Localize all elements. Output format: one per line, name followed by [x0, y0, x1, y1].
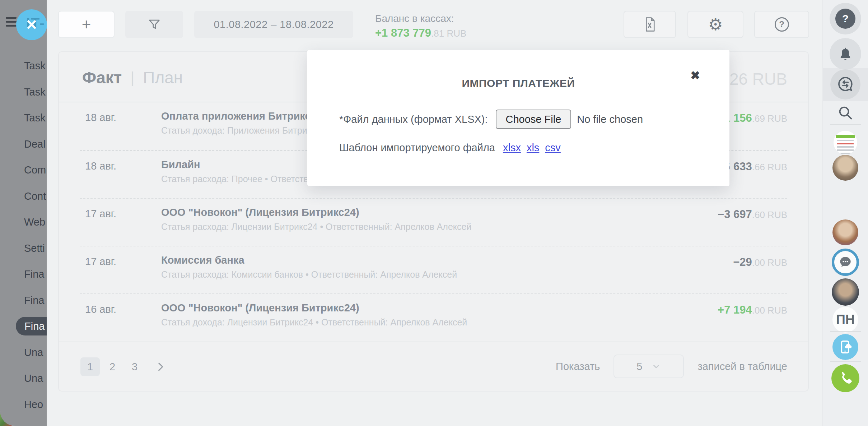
payment-date: 16 авг. [85, 304, 116, 315]
left-menu-panel: IT- ✕ TaskTaskTaskDealComContWebSettiFin… [0, 0, 47, 426]
filter-button[interactable] [125, 11, 183, 38]
template-link-xls[interactable]: xls [527, 142, 539, 153]
sidebar-item-task[interactable]: Task [0, 57, 47, 74]
page-button-3[interactable]: 3 [125, 357, 144, 376]
template-links: xlsxxlscsv [503, 142, 566, 154]
search-icon [837, 104, 854, 121]
payment-amount: +7 194.00 RUB [718, 304, 787, 316]
payment-date: 17 авг. [85, 256, 116, 268]
payment-subtitle: Статья дохода: Лицензии Битрикс24 • Отве… [161, 317, 467, 328]
data-file-label: *Файл данных (формат XLSX): [339, 114, 488, 125]
chat-bubble-icon [837, 254, 853, 270]
sidebar-item-нео[interactable]: Нео [0, 396, 47, 413]
template-row: Шаблон импортируемого файла xlsxxlscsv [339, 140, 566, 156]
help-button[interactable]: ? [754, 11, 809, 38]
date-range-button[interactable]: 01.08.2022 – 18.08.2022 [194, 11, 353, 38]
template-link-xlsx[interactable]: xlsx [503, 142, 521, 153]
tab-fact[interactable]: Факт [82, 68, 122, 87]
template-link-csv[interactable]: csv [545, 142, 561, 153]
sidebar-help-button[interactable]: ? [830, 3, 861, 34]
payment-date: 18 авг. [85, 160, 116, 172]
app-window: IT- ✕ TaskTaskTaskDealComContWebSettiFin… [0, 0, 868, 426]
site-preview-thumbnail[interactable] [834, 131, 857, 154]
mobile-cloud-icon [837, 339, 854, 355]
sidebar-item-cont[interactable]: Cont [0, 187, 47, 205]
payment-title: ООО "Новокон" (Лицензия Битрикс24) [161, 302, 359, 314]
sidebar-item-com[interactable]: Com [0, 161, 47, 179]
balance-value: +1 873 779 [375, 27, 431, 39]
user-avatar[interactable] [832, 219, 858, 245]
payment-amount: −29.00 RUB [733, 256, 787, 269]
excel-file-icon [642, 16, 657, 33]
table-row[interactable]: 17 авг.Комиссия банкаСтатья расхода: Ком… [80, 246, 787, 293]
template-label: Шаблон импортируемого файла [339, 142, 495, 154]
sidebar-item-fina[interactable]: Fina [0, 292, 47, 309]
choose-file-button[interactable]: Choose File [496, 110, 571, 129]
page-size-control: Показать 5 записей в таблице [556, 355, 787, 378]
tab-separator: | [122, 69, 143, 86]
payment-date: 17 авг. [85, 208, 116, 220]
payment-title: Билайн [161, 159, 200, 171]
sidebar-item-deal[interactable]: Deal [0, 135, 47, 153]
page-button-1[interactable]: 1 [80, 357, 100, 376]
no-file-chosen-text: No file chosen [577, 114, 643, 125]
sidebar-item-setti[interactable]: Setti [0, 240, 47, 257]
data-file-row: *Файл данных (формат XLSX): Choose File … [339, 109, 643, 130]
card-footer: 123 Показать 5 записей в таблице [59, 342, 808, 392]
modal-title: ИМПОРТ ПЛАТЕЖЕЙ [307, 77, 729, 89]
page-button-2[interactable]: 2 [103, 357, 122, 376]
sidebar-item-task[interactable]: Task [0, 109, 47, 126]
balance-fraction: .81 RUB [431, 28, 466, 39]
add-payment-button[interactable]: + [58, 11, 115, 38]
payment-title: Оплата приложения Битрикс24 [161, 110, 322, 122]
cash-balance: Баланс в кассах: +1 873 779.81 RUB [375, 13, 466, 40]
pn-logo[interactable]: ПН [832, 307, 858, 333]
payment-amount: −3 697.60 RUB [718, 208, 787, 221]
page-size-select[interactable]: 5 [613, 355, 684, 378]
pn-logo-label: ПН [836, 312, 855, 327]
sidebar-divider [830, 124, 861, 125]
sidebar-search-button[interactable] [835, 102, 856, 124]
notifications-button[interactable] [830, 38, 861, 70]
phone-icon [837, 370, 854, 386]
menu-close-button[interactable]: IT- ✕ [16, 9, 47, 40]
bell-icon [837, 46, 853, 62]
sidebar-item-task[interactable]: Task [0, 83, 47, 101]
page-size-value: 5 [636, 361, 642, 372]
transfer-dialogs-button[interactable] [830, 69, 860, 99]
mobile-app-button[interactable] [832, 334, 858, 360]
hamburger-menu-icon[interactable] [6, 17, 17, 27]
sidebar-item-una[interactable]: Una [0, 370, 47, 387]
question-help-icon: ? [835, 9, 855, 29]
table-row[interactable]: 17 авг.ООО "Новокон" (Лицензия Битрикс24… [80, 198, 787, 246]
next-page-button[interactable] [154, 361, 167, 373]
user-avatar[interactable] [832, 155, 858, 181]
payment-title: Комиссия банка [161, 254, 244, 266]
sidebar-item-una[interactable]: Una [0, 344, 47, 361]
filter-icon [148, 18, 161, 31]
sidebar-divider [830, 361, 861, 362]
chevron-right-icon [154, 361, 167, 373]
site-preview-content [834, 131, 857, 154]
user-avatar[interactable] [832, 278, 859, 306]
right-sidebar: ? [822, 0, 868, 426]
call-button[interactable] [831, 364, 859, 392]
chat-transfer-icon [836, 75, 855, 94]
sidebar-divider [830, 331, 861, 332]
pagination: 123 [80, 357, 167, 376]
date-range-label: 01.08.2022 – 18.08.2022 [214, 19, 333, 31]
chat-app-button[interactable] [832, 249, 859, 276]
sidebar-item-web[interactable]: Web [0, 213, 47, 231]
export-excel-button[interactable] [624, 11, 676, 38]
table-row[interactable]: 16 авг.ООО "Новокон" (Лицензия Битрикс24… [80, 293, 787, 341]
question-icon: ? [775, 17, 789, 32]
balance-label: Баланс в кассах: [375, 13, 466, 24]
payment-title: ООО "Новокон" (Лицензия Битрикс24) [161, 207, 359, 218]
settings-button[interactable]: ⚙ [687, 11, 743, 38]
tab-plan[interactable]: План [143, 68, 183, 87]
sidebar-item-fina[interactable]: Fina [16, 317, 47, 335]
fact-plan-tabs: Факт | План [82, 68, 183, 87]
close-icon: ✕ [16, 9, 47, 40]
sidebar-item-fina[interactable]: Fina [0, 265, 47, 283]
gear-icon: ⚙ [708, 16, 723, 33]
